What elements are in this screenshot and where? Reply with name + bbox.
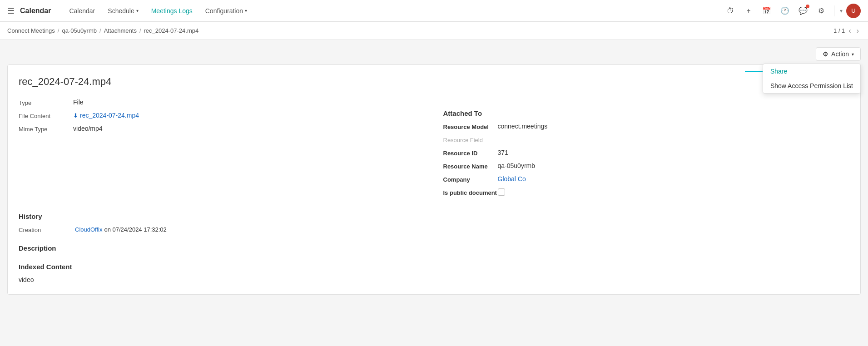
main-content: ⚙ Action ▾ Share Show Access Permission … (0, 40, 868, 302)
nav-divider (834, 5, 834, 16)
calendar-icon[interactable]: 📅 (759, 4, 774, 18)
breadcrumb-file[interactable]: rec_2024-07-24.mp4 (144, 27, 199, 34)
field-label-type: Type (19, 99, 73, 106)
field-value-mime-type: video/mp4 (73, 125, 103, 132)
history-header: History (19, 213, 849, 220)
breadcrumb-sep-3: / (139, 27, 141, 34)
chevron-down-icon: ▾ (136, 8, 139, 13)
field-company: Company Global Co (443, 175, 850, 183)
form-col-left: Type File File Content ⬇ rec_2024-07-24.… (19, 99, 425, 202)
field-resource-name: Resource Name qa-05u0yrmb (443, 162, 850, 170)
field-value-file-content[interactable]: ⬇ rec_2024-07-24.mp4 (73, 112, 139, 119)
nav-items: Calendar Schedule ▾ Meetings Logs Config… (64, 5, 253, 17)
field-resource-field: Resource Field (443, 136, 850, 143)
indexed-content-header: Indexed Content (19, 263, 849, 271)
field-label-resource-model: Resource Model (443, 123, 498, 130)
nav-right: ⏱ + 📅 🕐 💬 ⚙ ▾ U (723, 4, 861, 18)
creation-row: Creation CloudOffix on 07/24/2024 17:32:… (19, 226, 849, 233)
field-label-is-public: Is public document (443, 188, 498, 196)
app-title: Calendar (20, 7, 51, 15)
settings-icon[interactable]: ⚙ (814, 4, 828, 18)
form-columns: Type File File Content ⬇ rec_2024-07-24.… (19, 99, 849, 202)
description-header: Description (19, 244, 849, 252)
pagination: 1 / 1 ‹ › (833, 26, 861, 36)
add-icon[interactable]: + (741, 4, 756, 18)
gear-icon: ⚙ (823, 50, 828, 58)
creation-date: on 07/24/2024 17:32:02 (104, 226, 166, 233)
top-navigation: ☰ Calendar Calendar Schedule ▾ Meetings … (0, 0, 868, 22)
avatar[interactable]: U (846, 4, 861, 18)
field-label-file-content: File Content (19, 112, 73, 119)
is-public-checkbox[interactable] (498, 188, 505, 196)
nav-meetings-logs[interactable]: Meetings Logs (146, 5, 198, 17)
breadcrumb-sep-1: / (58, 27, 60, 34)
action-bar: ⚙ Action ▾ Share Show Access Permission … (7, 47, 861, 61)
breadcrumb-connect-meetings[interactable]: Connect Meetings (7, 27, 55, 34)
field-type: Type File (19, 99, 425, 106)
field-value-resource-name: qa-05u0yrmb (498, 162, 536, 169)
indexed-content-value: video (19, 276, 849, 283)
breadcrumb-attachments[interactable]: Attachments (104, 27, 137, 34)
field-value-resource-id: 371 (498, 149, 508, 156)
action-button[interactable]: ⚙ Action ▾ (816, 47, 861, 61)
breadcrumb: Connect Meetings / qa-05u0yrmb / Attachm… (7, 27, 198, 34)
field-mime-type: Mime Type video/mp4 (19, 125, 425, 133)
form-card: rec_2024-07-24.mp4 Type File File Conten… (7, 64, 861, 295)
clock-icon[interactable]: 🕐 (778, 4, 792, 18)
breadcrumb-bar: Connect Meetings / qa-05u0yrmb / Attachm… (0, 22, 868, 40)
creation-label: Creation (19, 226, 73, 233)
breadcrumb-qa[interactable]: qa-05u0yrmb (62, 27, 97, 34)
breadcrumb-sep-2: / (99, 27, 101, 34)
action-dropdown-menu: Share Show Access Permission List (763, 64, 861, 94)
record-title: rec_2024-07-24.mp4 (19, 76, 849, 88)
next-page-button[interactable]: › (855, 26, 861, 36)
field-value-resource-model: connect.meetings (498, 123, 548, 130)
field-resource-model: Resource Model connect.meetings (443, 123, 850, 130)
action-label: Action (831, 50, 849, 58)
form-col-right: Attached To Resource Model connect.meeti… (443, 99, 850, 202)
chevron-down-icon: ▾ (245, 8, 247, 13)
nav-schedule[interactable]: Schedule ▾ (102, 5, 144, 17)
indexed-content-section: Indexed Content video (19, 263, 849, 283)
dropdown-item-access-permission[interactable]: Show Access Permission List (763, 79, 860, 93)
field-label-resource-name: Resource Name (443, 162, 498, 170)
nav-calendar[interactable]: Calendar (64, 5, 100, 17)
field-is-public-document: Is public document (443, 188, 850, 196)
creation-user-link[interactable]: CloudOffix (75, 226, 102, 233)
field-value-company[interactable]: Global Co (498, 175, 526, 183)
chevron-down-icon: ▾ (852, 52, 854, 57)
field-value-type: File (73, 99, 84, 106)
field-label-resource-id: Resource ID (443, 149, 498, 157)
expand-icon[interactable]: ▾ (840, 8, 843, 14)
prev-page-button[interactable]: ‹ (847, 26, 853, 36)
help-icon[interactable]: ⏱ (723, 4, 738, 18)
nav-configuration[interactable]: Configuration ▾ (200, 5, 253, 17)
field-resource-id: Resource ID 371 (443, 149, 850, 157)
dropdown-item-share[interactable]: Share (763, 64, 860, 79)
message-icon[interactable]: 💬 (796, 4, 810, 18)
hamburger-icon[interactable]: ☰ (7, 6, 15, 16)
field-label-company: Company (443, 175, 498, 183)
pagination-count: 1 / 1 (833, 27, 845, 34)
history-section: History Creation CloudOffix on 07/24/202… (19, 213, 849, 233)
attached-to-header: Attached To (443, 109, 850, 117)
field-file-content: File Content ⬇ rec_2024-07-24.mp4 (19, 112, 425, 119)
description-section: Description (19, 244, 849, 252)
field-label-mime-type: Mime Type (19, 125, 73, 133)
download-icon: ⬇ (73, 112, 78, 119)
nav-left: ☰ Calendar Calendar Schedule ▾ Meetings … (7, 5, 253, 17)
field-label-resource-field: Resource Field (443, 136, 498, 143)
